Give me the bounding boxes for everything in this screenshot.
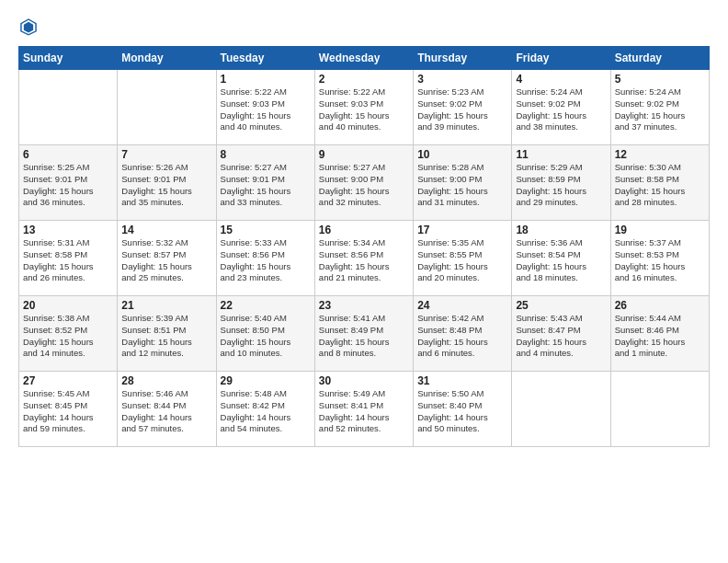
cell-week2-day3: 9Sunrise: 5:27 AM Sunset: 9:00 PM Daylig…	[314, 145, 413, 221]
calendar-table: SundayMondayTuesdayWednesdayThursdayFrid…	[18, 46, 710, 447]
day-number: 20	[23, 299, 113, 312]
day-info: Sunrise: 5:50 AM Sunset: 8:40 PM Dayligh…	[417, 388, 507, 435]
logo	[18, 17, 42, 37]
cell-week4-day0: 20Sunrise: 5:38 AM Sunset: 8:52 PM Dayli…	[19, 296, 118, 372]
cell-week4-day5: 25Sunrise: 5:43 AM Sunset: 8:47 PM Dayli…	[512, 296, 610, 372]
day-info: Sunrise: 5:41 AM Sunset: 8:49 PM Dayligh…	[319, 313, 409, 360]
cell-week5-day5	[512, 372, 610, 447]
day-number: 8	[221, 148, 311, 161]
day-number: 19	[615, 224, 705, 236]
day-info: Sunrise: 5:29 AM Sunset: 8:59 PM Dayligh…	[516, 162, 606, 209]
header	[18, 17, 710, 37]
day-info: Sunrise: 5:42 AM Sunset: 8:48 PM Dayligh…	[417, 313, 507, 360]
day-number: 13	[23, 224, 113, 236]
day-info: Sunrise: 5:49 AM Sunset: 8:41 PM Dayligh…	[319, 388, 409, 435]
day-info: Sunrise: 5:34 AM Sunset: 8:56 PM Dayligh…	[319, 237, 409, 284]
header-saturday: Saturday	[610, 47, 709, 70]
day-info: Sunrise: 5:40 AM Sunset: 8:50 PM Dayligh…	[221, 313, 311, 360]
day-number: 16	[319, 224, 409, 236]
cell-week1-day6: 5Sunrise: 5:24 AM Sunset: 9:02 PM Daylig…	[610, 70, 709, 145]
cell-week4-day4: 24Sunrise: 5:42 AM Sunset: 8:48 PM Dayli…	[414, 296, 512, 372]
day-info: Sunrise: 5:31 AM Sunset: 8:58 PM Dayligh…	[23, 237, 113, 284]
day-info: Sunrise: 5:30 AM Sunset: 8:58 PM Dayligh…	[615, 162, 705, 209]
week-row-1: 1Sunrise: 5:22 AM Sunset: 9:03 PM Daylig…	[19, 70, 710, 145]
day-info: Sunrise: 5:32 AM Sunset: 8:57 PM Dayligh…	[121, 237, 211, 284]
week-row-2: 6Sunrise: 5:25 AM Sunset: 9:01 PM Daylig…	[19, 145, 710, 221]
day-number: 29	[221, 374, 311, 387]
cell-week2-day2: 8Sunrise: 5:27 AM Sunset: 9:01 PM Daylig…	[216, 145, 314, 221]
day-number: 11	[516, 148, 606, 161]
day-number: 26	[615, 299, 705, 312]
cell-week4-day3: 23Sunrise: 5:41 AM Sunset: 8:49 PM Dayli…	[314, 296, 413, 372]
day-number: 17	[417, 224, 507, 236]
day-info: Sunrise: 5:27 AM Sunset: 9:00 PM Dayligh…	[319, 162, 409, 209]
day-info: Sunrise: 5:22 AM Sunset: 9:03 PM Dayligh…	[221, 86, 311, 133]
day-number: 22	[221, 299, 311, 312]
day-number: 14	[121, 224, 211, 236]
day-info: Sunrise: 5:23 AM Sunset: 9:02 PM Dayligh…	[417, 86, 507, 133]
cell-week5-day4: 31Sunrise: 5:50 AM Sunset: 8:40 PM Dayli…	[414, 372, 512, 447]
cell-week2-day6: 12Sunrise: 5:30 AM Sunset: 8:58 PM Dayli…	[610, 145, 709, 221]
day-info: Sunrise: 5:28 AM Sunset: 9:00 PM Dayligh…	[417, 162, 507, 209]
logo-icon	[18, 17, 39, 37]
header-row: SundayMondayTuesdayWednesdayThursdayFrid…	[19, 47, 710, 70]
day-info: Sunrise: 5:44 AM Sunset: 8:46 PM Dayligh…	[615, 313, 705, 360]
day-number: 2	[319, 73, 409, 86]
header-friday: Friday	[512, 47, 610, 70]
day-info: Sunrise: 5:26 AM Sunset: 9:01 PM Dayligh…	[121, 162, 211, 209]
day-info: Sunrise: 5:38 AM Sunset: 8:52 PM Dayligh…	[23, 313, 113, 360]
page: SundayMondayTuesdayWednesdayThursdayFrid…	[0, 0, 728, 563]
day-number: 30	[319, 374, 409, 387]
cell-week1-day4: 3Sunrise: 5:23 AM Sunset: 9:02 PM Daylig…	[414, 70, 512, 145]
day-info: Sunrise: 5:25 AM Sunset: 9:01 PM Dayligh…	[23, 162, 113, 209]
day-info: Sunrise: 5:36 AM Sunset: 8:54 PM Dayligh…	[516, 237, 606, 284]
day-info: Sunrise: 5:35 AM Sunset: 8:55 PM Dayligh…	[417, 237, 507, 284]
calendar-header: SundayMondayTuesdayWednesdayThursdayFrid…	[19, 47, 710, 70]
cell-week3-day4: 17Sunrise: 5:35 AM Sunset: 8:55 PM Dayli…	[414, 221, 512, 296]
day-number: 7	[121, 148, 211, 161]
day-number: 21	[121, 299, 211, 312]
cell-week4-day2: 22Sunrise: 5:40 AM Sunset: 8:50 PM Dayli…	[216, 296, 314, 372]
cell-week4-day1: 21Sunrise: 5:39 AM Sunset: 8:51 PM Dayli…	[118, 296, 216, 372]
cell-week2-day5: 11Sunrise: 5:29 AM Sunset: 8:59 PM Dayli…	[512, 145, 610, 221]
day-info: Sunrise: 5:22 AM Sunset: 9:03 PM Dayligh…	[319, 86, 409, 133]
day-number: 9	[319, 148, 409, 161]
day-number: 15	[221, 224, 311, 236]
cell-week3-day6: 19Sunrise: 5:37 AM Sunset: 8:53 PM Dayli…	[610, 221, 709, 296]
day-number: 31	[417, 374, 507, 387]
day-number: 28	[121, 374, 211, 387]
day-number: 24	[417, 299, 507, 312]
day-info: Sunrise: 5:24 AM Sunset: 9:02 PM Dayligh…	[615, 86, 705, 133]
cell-week5-day2: 29Sunrise: 5:48 AM Sunset: 8:42 PM Dayli…	[216, 372, 314, 447]
header-monday: Monday	[118, 47, 216, 70]
day-info: Sunrise: 5:43 AM Sunset: 8:47 PM Dayligh…	[516, 313, 606, 360]
day-number: 6	[23, 148, 113, 161]
cell-week3-day1: 14Sunrise: 5:32 AM Sunset: 8:57 PM Dayli…	[118, 221, 216, 296]
day-number: 23	[319, 299, 409, 312]
day-info: Sunrise: 5:27 AM Sunset: 9:01 PM Dayligh…	[221, 162, 311, 209]
cell-week3-day0: 13Sunrise: 5:31 AM Sunset: 8:58 PM Dayli…	[19, 221, 118, 296]
header-thursday: Thursday	[414, 47, 512, 70]
week-row-3: 13Sunrise: 5:31 AM Sunset: 8:58 PM Dayli…	[19, 221, 710, 296]
cell-week1-day5: 4Sunrise: 5:24 AM Sunset: 9:02 PM Daylig…	[512, 70, 610, 145]
cell-week5-day3: 30Sunrise: 5:49 AM Sunset: 8:41 PM Dayli…	[314, 372, 413, 447]
day-number: 1	[221, 73, 311, 86]
cell-week3-day2: 15Sunrise: 5:33 AM Sunset: 8:56 PM Dayli…	[216, 221, 314, 296]
cell-week2-day0: 6Sunrise: 5:25 AM Sunset: 9:01 PM Daylig…	[19, 145, 118, 221]
day-number: 4	[516, 73, 606, 86]
day-info: Sunrise: 5:46 AM Sunset: 8:44 PM Dayligh…	[121, 388, 211, 435]
cell-week2-day4: 10Sunrise: 5:28 AM Sunset: 9:00 PM Dayli…	[414, 145, 512, 221]
header-sunday: Sunday	[19, 47, 118, 70]
day-info: Sunrise: 5:45 AM Sunset: 8:45 PM Dayligh…	[23, 388, 113, 435]
cell-week5-day1: 28Sunrise: 5:46 AM Sunset: 8:44 PM Dayli…	[118, 372, 216, 447]
day-number: 25	[516, 299, 606, 312]
cell-week1-day3: 2Sunrise: 5:22 AM Sunset: 9:03 PM Daylig…	[314, 70, 413, 145]
cell-week2-day1: 7Sunrise: 5:26 AM Sunset: 9:01 PM Daylig…	[118, 145, 216, 221]
day-info: Sunrise: 5:48 AM Sunset: 8:42 PM Dayligh…	[221, 388, 311, 435]
week-row-4: 20Sunrise: 5:38 AM Sunset: 8:52 PM Dayli…	[19, 296, 710, 372]
header-tuesday: Tuesday	[216, 47, 314, 70]
calendar-body: 1Sunrise: 5:22 AM Sunset: 9:03 PM Daylig…	[19, 70, 710, 447]
cell-week5-day6	[610, 372, 709, 447]
cell-week4-day6: 26Sunrise: 5:44 AM Sunset: 8:46 PM Dayli…	[610, 296, 709, 372]
day-number: 10	[417, 148, 507, 161]
